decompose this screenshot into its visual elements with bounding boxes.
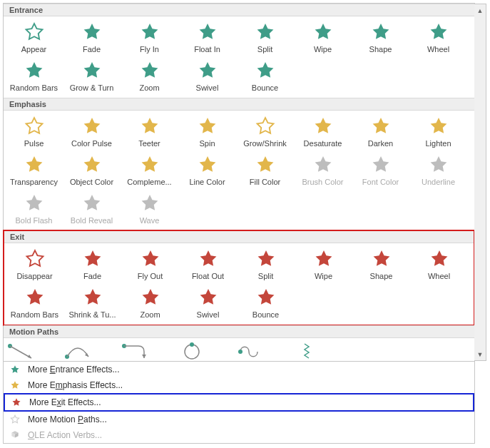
animation-item[interactable]: Fade — [63, 246, 121, 285]
animation-label: Bold Flash — [6, 216, 61, 225]
animation-item[interactable]: Desaturate — [294, 113, 352, 152]
grid-motion-paths — [4, 338, 474, 361]
motion-loop-icon[interactable] — [235, 342, 263, 361]
animation-label: Shape — [354, 272, 409, 280]
animation-item[interactable]: Wipe — [295, 246, 352, 285]
animation-item[interactable]: Split — [237, 246, 295, 285]
motion-arc-icon[interactable] — [63, 342, 92, 361]
animation-item[interactable]: Object Color — [63, 152, 121, 190]
star-icon — [9, 414, 21, 425]
animation-item[interactable]: Random Bars — [6, 285, 63, 323]
motion-circle-icon[interactable] — [178, 342, 206, 361]
animation-item[interactable]: Zoom — [121, 58, 178, 96]
animation-gallery-panel: ▲ ▼ Entrance Appear Fade Fly In Float In… — [3, 3, 475, 362]
animation-item[interactable]: Wheel — [409, 19, 467, 58]
motion-turn-icon[interactable] — [121, 342, 149, 361]
animation-label: Zoom — [123, 310, 178, 319]
animation-item[interactable]: Float Out — [179, 246, 237, 285]
animation-item[interactable]: Brush Color — [294, 152, 352, 190]
animation-item[interactable]: Bounce — [237, 285, 295, 323]
animation-item[interactable]: Font Color — [352, 152, 409, 190]
menu-ole-action-verbs: OLE Action Verbs... — [4, 427, 474, 443]
star-icon — [81, 22, 103, 44]
menu-more-exit[interactable]: More Exit Effects... — [4, 393, 474, 412]
animation-label: Random Bars — [6, 83, 61, 92]
animation-item[interactable]: Bounce — [236, 58, 294, 96]
animation-item[interactable]: Bold Reveal — [63, 190, 121, 229]
animation-item[interactable]: Spin — [178, 113, 236, 152]
animation-label: Bounce — [238, 83, 292, 92]
scroll-up-icon[interactable]: ▲ — [474, 4, 486, 16]
motion-zigzag-icon[interactable] — [292, 342, 320, 361]
animation-item[interactable]: Pulse — [5, 113, 63, 152]
animation-item[interactable]: Shrink & Tu... — [63, 285, 121, 323]
menu-more-emphasis[interactable]: More Emphasis Effects... — [4, 377, 474, 393]
animation-item[interactable]: Teeter — [121, 113, 178, 152]
animation-item[interactable]: Bold Flash — [5, 190, 63, 229]
section-header-entrance: Entrance — [4, 4, 474, 16]
star-icon — [313, 249, 335, 270]
animation-item[interactable]: Wipe — [294, 19, 352, 58]
star-icon — [82, 249, 103, 270]
animation-label: Disappear — [7, 272, 62, 280]
animation-item[interactable]: Fly In — [121, 19, 178, 58]
animation-item[interactable]: Fill Color — [236, 152, 294, 190]
animation-item[interactable]: Grow/Shrink — [236, 113, 294, 152]
menu-more-motion[interactable]: More Motion Paths... — [4, 412, 474, 427]
animation-label: Wave — [122, 216, 177, 225]
star-icon — [24, 193, 45, 215]
star-icon — [139, 61, 160, 82]
animation-label: Wipe — [295, 45, 350, 54]
animation-item[interactable]: Lighten — [409, 113, 467, 152]
menu-label: More Entrance Effects... — [28, 365, 120, 375]
animation-label: Swivel — [180, 83, 235, 92]
star-icon — [198, 249, 219, 270]
star-icon — [81, 116, 103, 138]
menu-label: More Motion Paths... — [28, 414, 107, 424]
star-icon — [9, 380, 21, 391]
star-icon — [429, 249, 450, 270]
animation-item[interactable]: Appear — [5, 19, 63, 58]
menu-more-entrance[interactable]: More Entrance Effects... — [4, 362, 474, 377]
section-header-emphasis: Emphasis — [4, 98, 474, 111]
animation-item[interactable]: Compleme... — [121, 152, 178, 190]
animation-item[interactable]: Darken — [352, 113, 409, 152]
animation-item[interactable]: Line Color — [178, 152, 236, 190]
animation-label: Random Bars — [7, 310, 62, 319]
section-header-motion: Motion Paths — [4, 325, 474, 338]
star-icon — [255, 22, 276, 44]
animation-label: Fill Color — [238, 178, 292, 186]
animation-label: Fly In — [122, 45, 177, 54]
animation-item[interactable]: Swivel — [179, 285, 237, 323]
animation-item[interactable]: Transparency — [5, 152, 63, 190]
animation-item[interactable]: Shape — [352, 19, 409, 58]
animation-item[interactable]: Split — [236, 19, 294, 58]
star-icon — [139, 22, 160, 44]
animation-item[interactable]: Fly Out — [121, 246, 179, 285]
more-effects-menu: More Entrance Effects... More Emphasis E… — [3, 362, 475, 444]
animation-item[interactable]: Underline — [409, 152, 467, 190]
animation-label: Color Pulse — [64, 139, 119, 148]
animation-item[interactable]: Wheel — [410, 246, 468, 285]
animation-label: Spin — [180, 139, 235, 148]
animation-label: Pulse — [6, 139, 61, 148]
scrollbar[interactable]: ▲ ▼ — [474, 4, 486, 361]
animation-item[interactable]: Grow & Turn — [63, 58, 121, 96]
animation-item[interactable]: Zoom — [121, 285, 179, 323]
scroll-down-icon[interactable]: ▼ — [474, 348, 486, 360]
star-icon — [198, 287, 219, 309]
animation-item[interactable]: Swivel — [178, 58, 236, 96]
star-icon — [81, 61, 103, 82]
animation-item[interactable]: Float In — [178, 19, 236, 58]
animation-label: Wheel — [412, 272, 466, 280]
animation-item[interactable]: Wave — [121, 190, 178, 229]
animation-item[interactable]: Color Pulse — [63, 113, 121, 152]
animation-item[interactable]: Shape — [352, 246, 410, 285]
animation-label: Transparency — [6, 178, 61, 186]
motion-line-icon[interactable] — [6, 342, 35, 361]
animation-item[interactable]: Fade — [63, 19, 121, 58]
animation-label: Desaturate — [295, 139, 350, 148]
star-icon — [197, 61, 218, 82]
animation-item[interactable]: Random Bars — [5, 58, 63, 96]
animation-item[interactable]: Disappear — [6, 246, 63, 285]
